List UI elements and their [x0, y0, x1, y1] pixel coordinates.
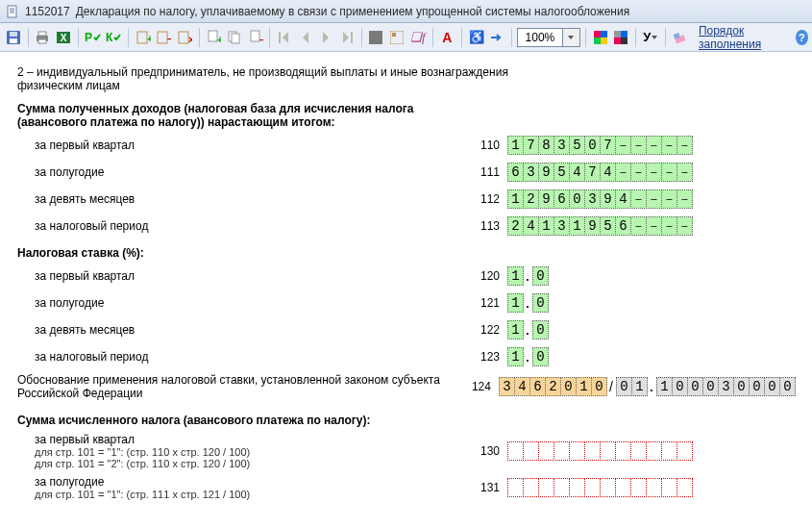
digit-cell[interactable] — [630, 441, 647, 461]
digit-cell[interactable]: 1 — [507, 320, 524, 339]
digit-cell[interactable]: 1 — [507, 189, 524, 209]
digit-cell[interactable]: 4 — [523, 216, 539, 236]
digit-cell[interactable]: 1 — [507, 266, 524, 286]
copy-page-button[interactable] — [225, 26, 244, 49]
digit-cell[interactable]: 6 — [507, 163, 524, 182]
digit-cell[interactable]: 0 — [532, 320, 549, 339]
value-cells[interactable] — [507, 441, 692, 461]
digit-cell[interactable]: 0 — [733, 377, 750, 396]
digit-cell[interactable]: 3 — [718, 377, 734, 396]
digit-cell[interactable]: 7 — [584, 163, 601, 182]
reason-right-cells[interactable]: 01.100030000 — [616, 377, 795, 396]
bold-y-button[interactable]: У — [641, 26, 660, 49]
value-cells[interactable]: 12960394–––– — [507, 189, 692, 209]
digit-cell[interactable] — [615, 441, 631, 461]
digit-cell[interactable]: 1 — [576, 377, 592, 396]
digit-cell[interactable]: 1 — [507, 293, 524, 313]
digit-cell[interactable]: – — [615, 136, 631, 155]
first-page-button[interactable] — [275, 26, 294, 49]
fill-order-link[interactable]: Порядок заполнения — [699, 24, 788, 51]
digit-cell[interactable]: 0 — [532, 347, 549, 366]
digit-cell[interactable]: 3 — [584, 189, 601, 209]
rate-cells[interactable]: 1.0 — [507, 293, 548, 313]
digit-cell[interactable] — [523, 441, 539, 461]
calc-p-button[interactable]: Р — [84, 26, 103, 49]
digit-cell[interactable] — [661, 441, 677, 461]
digit-cell[interactable]: 1 — [656, 377, 673, 396]
color-box-button[interactable] — [367, 26, 386, 49]
print-button[interactable] — [33, 26, 52, 49]
digit-cell[interactable]: 9 — [538, 163, 554, 182]
digit-cell[interactable]: – — [677, 189, 693, 209]
digit-cell[interactable]: 0 — [584, 136, 601, 155]
digit-cell[interactable]: 9 — [538, 189, 554, 209]
next-page-button[interactable] — [317, 26, 336, 49]
digit-cell[interactable]: 4 — [514, 377, 530, 396]
digit-cell[interactable] — [584, 441, 601, 461]
calc-k-button[interactable]: К — [104, 26, 123, 49]
digit-cell[interactable]: 3 — [554, 136, 570, 155]
digit-cell[interactable] — [646, 441, 662, 461]
digit-cell[interactable] — [600, 478, 616, 497]
digit-cell[interactable]: – — [646, 136, 662, 155]
digit-cell[interactable]: 5 — [600, 216, 616, 236]
digit-cell[interactable]: 4 — [615, 189, 631, 209]
layout-button[interactable] — [387, 26, 406, 49]
digit-cell[interactable]: 4 — [600, 163, 616, 182]
last-page-button[interactable] — [337, 26, 357, 49]
digit-cell[interactable]: 5 — [569, 136, 585, 155]
digit-cell[interactable] — [677, 441, 693, 461]
digit-cell[interactable]: 0 — [560, 377, 577, 396]
value-cells[interactable]: 1783507––––– — [507, 136, 692, 155]
digit-cell[interactable] — [507, 478, 524, 497]
digit-cell[interactable] — [646, 478, 662, 497]
digit-cell[interactable]: – — [615, 163, 631, 182]
digit-cell[interactable]: – — [630, 163, 647, 182]
palette1-button[interactable] — [591, 26, 610, 49]
digit-cell[interactable] — [507, 441, 524, 461]
digit-cell[interactable]: – — [646, 216, 662, 236]
digit-cell[interactable]: 0 — [532, 266, 549, 286]
digit-cell[interactable]: 0 — [779, 377, 796, 396]
excel-button[interactable]: X — [54, 26, 73, 49]
digit-cell[interactable]: 0 — [749, 377, 765, 396]
zoom-dropdown-button[interactable] — [563, 28, 580, 47]
digit-cell[interactable]: 6 — [554, 189, 570, 209]
zoom-input[interactable] — [517, 28, 563, 47]
digit-cell[interactable]: – — [661, 216, 677, 236]
digit-cell[interactable]: 0 — [616, 377, 632, 396]
digit-cell[interactable]: 2 — [507, 216, 524, 236]
digit-cell[interactable]: – — [677, 163, 693, 182]
digit-cell[interactable] — [661, 478, 677, 497]
digit-cell[interactable]: – — [661, 136, 677, 155]
digit-cell[interactable] — [584, 478, 601, 497]
digit-cell[interactable]: 1 — [631, 377, 648, 396]
goto-button[interactable] — [488, 26, 507, 49]
digit-cell[interactable]: 2 — [523, 189, 539, 209]
digit-cell[interactable]: 9 — [600, 189, 616, 209]
digit-cell[interactable]: 3 — [499, 377, 515, 396]
palette2-button[interactable] — [611, 26, 630, 49]
help-icon[interactable]: ? — [796, 30, 808, 45]
digit-cell[interactable] — [677, 478, 693, 497]
digit-cell[interactable] — [523, 478, 539, 497]
digit-cell[interactable]: – — [630, 189, 647, 209]
value-cells[interactable] — [507, 478, 692, 497]
zoom-control[interactable] — [517, 28, 580, 47]
save-button[interactable] — [4, 26, 23, 49]
rate-cells[interactable]: 1.0 — [507, 320, 548, 339]
delete-page-button[interactable]: − — [246, 26, 265, 49]
digit-cell[interactable]: 0 — [591, 377, 607, 396]
digit-cell[interactable]: 6 — [529, 377, 546, 396]
digit-cell[interactable]: – — [677, 216, 693, 236]
digit-cell[interactable]: 0 — [532, 293, 549, 313]
digit-cell[interactable]: 1 — [538, 216, 554, 236]
digit-cell[interactable]: 0 — [569, 189, 585, 209]
digit-cell[interactable] — [538, 478, 554, 497]
digit-cell[interactable]: 4 — [569, 163, 585, 182]
digit-cell[interactable] — [538, 441, 554, 461]
rate-cells[interactable]: 1.0 — [507, 266, 548, 286]
reason-left-cells[interactable]: 3462010 — [499, 377, 606, 396]
delete-section-button[interactable]: − — [154, 26, 173, 49]
clear-button[interactable] — [670, 26, 689, 49]
